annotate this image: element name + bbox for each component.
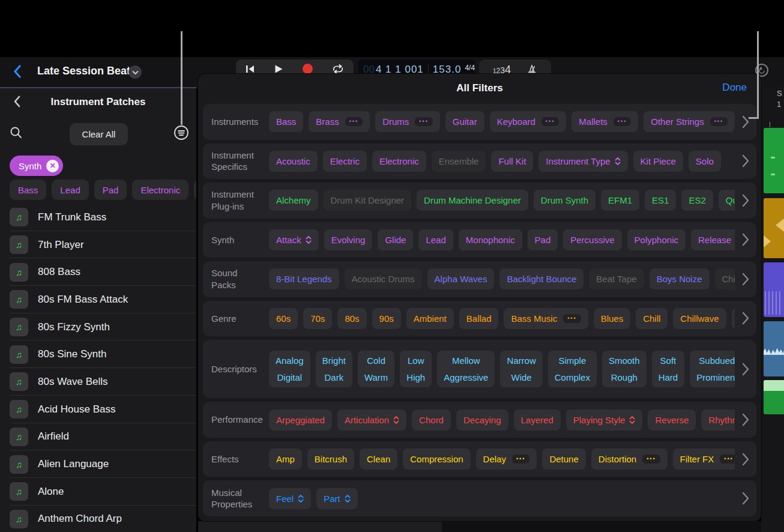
category-chip-electronic[interactable]: Electronic (132, 180, 188, 200)
descriptor-option[interactable]: Mellow (452, 356, 480, 365)
filter-chip-percussive[interactable]: Percussive (563, 229, 621, 250)
descriptor-pair-chip-subdued[interactable]: SubduedProminent (690, 351, 735, 387)
row-expand-chevron-icon[interactable] (735, 154, 756, 168)
more-options-icon[interactable]: ••• (720, 455, 735, 464)
project-menu-button[interactable] (128, 65, 142, 79)
category-chip-soundscapes[interactable]: Soundscapes (194, 180, 196, 200)
category-chip-bass[interactable]: Bass (10, 180, 46, 200)
filter-chip-ambient[interactable]: Ambient (406, 308, 454, 329)
filter-chip-alchemy[interactable]: Alchemy (269, 190, 318, 211)
patch-list-item[interactable]: Alone (0, 478, 196, 506)
descriptor-option[interactable]: Smooth (609, 356, 640, 365)
remove-filter-icon[interactable]: ✕ (46, 160, 59, 172)
filter-chip-bass-music[interactable]: Bass Music••• (504, 308, 588, 329)
filter-chip-es2[interactable]: ES2 (681, 190, 713, 211)
filter-chip-backlight-bounce[interactable]: Backlight Bounce (499, 268, 583, 289)
filter-chip-filter-fx[interactable]: Filter FX••• (673, 449, 735, 470)
filter-chip-reverse[interactable]: Reverse (648, 410, 696, 431)
filter-chip-chord[interactable]: Chord (412, 410, 451, 431)
filter-chip-electronic[interactable]: Electronic (372, 151, 426, 172)
filter-chip-90s[interactable]: 90s (372, 308, 401, 329)
row-expand-chevron-icon[interactable] (735, 273, 756, 286)
category-chip-lead[interactable]: Lead (52, 180, 88, 200)
filter-chip-drum-synth[interactable]: Drum Synth (534, 190, 596, 211)
filter-chip-decaying[interactable]: Decaying (456, 410, 508, 431)
descriptor-option[interactable]: High (406, 373, 425, 382)
patch-list-item[interactable]: 80s Fizzy Synth (0, 313, 196, 341)
filter-chip-full-kit[interactable]: Full Kit (491, 151, 533, 172)
row-expand-chevron-icon[interactable] (735, 194, 756, 207)
filter-chip-polyphonic[interactable]: Polyphonic (627, 229, 686, 250)
active-filter-chip-synth[interactable]: Synth ✕ (10, 156, 63, 176)
filter-chip-chinese-traditional[interactable]: Chinese Traditional (715, 268, 735, 289)
region-yellow[interactable] (764, 198, 784, 258)
descriptor-pair-chip-simple[interactable]: SimpleComplex (548, 351, 597, 387)
row-expand-chevron-icon[interactable] (735, 413, 756, 426)
filter-chip-alpha-waves[interactable]: Alpha Waves (427, 268, 495, 289)
descriptor-option[interactable]: Wide (511, 373, 531, 382)
filter-chip-drum-machine-designer[interactable]: Drum Machine Designer (417, 190, 528, 211)
filter-chip-playing-style[interactable]: Playing Style (566, 410, 643, 431)
filter-chip-arpeggiated[interactable]: Arpeggiated (269, 410, 332, 431)
filter-chip-mallets[interactable]: Mallets••• (571, 111, 638, 132)
filter-chip-electric[interactable]: Electric (323, 151, 367, 172)
more-options-icon[interactable]: ••• (541, 117, 559, 126)
descriptor-option[interactable]: Soft (660, 356, 677, 365)
filter-chip-efm1[interactable]: EFM1 (601, 190, 639, 211)
descriptor-option[interactable]: Low (408, 356, 424, 365)
row-expand-chevron-icon[interactable] (735, 363, 756, 376)
filter-chip-instrument-type[interactable]: Instrument Type (538, 151, 627, 172)
project-back-button[interactable] (13, 65, 21, 80)
descriptor-pair-chip-narrow[interactable]: NarrowWide (500, 351, 542, 387)
search-button[interactable] (10, 126, 23, 141)
descriptor-option[interactable]: Prominent (696, 373, 735, 382)
filter-chip-part[interactable]: Part (316, 488, 358, 509)
filter-chip-chillwave[interactable]: Chillwave (673, 308, 726, 329)
filter-chip-drums[interactable]: Drums••• (375, 111, 440, 132)
filter-chip-beat-tape[interactable]: Beat Tape (589, 268, 644, 289)
more-options-icon[interactable]: ••• (563, 314, 580, 323)
descriptor-pair-chip-smooth[interactable]: SmoothRough (602, 351, 647, 387)
filter-chip-ballad[interactable]: Ballad (459, 308, 499, 329)
filter-chip-chill[interactable]: Chill (636, 308, 668, 329)
patch-list-item[interactable]: 80s FM Bass Attack (0, 286, 196, 313)
descriptor-option[interactable]: Bright (322, 356, 346, 365)
region-blue[interactable] (764, 321, 784, 376)
more-options-icon[interactable]: ••• (710, 117, 728, 126)
row-expand-chevron-icon[interactable] (735, 233, 756, 246)
row-expand-chevron-icon[interactable] (735, 312, 756, 325)
filter-chip-lead[interactable]: Lead (418, 229, 453, 250)
more-options-icon[interactable]: ••• (512, 455, 529, 464)
filter-chip-release[interactable]: Release (691, 229, 735, 250)
filter-chip-70s[interactable]: 70s (303, 308, 332, 329)
filter-chip-quick-sampler[interactable]: Quick Sampler (719, 190, 735, 211)
descriptor-pair-chip-mellow[interactable]: MellowAggressive (437, 351, 495, 387)
filter-chip-es1[interactable]: ES1 (645, 190, 676, 211)
filter-chip-articulation[interactable]: Articulation (337, 410, 406, 431)
filter-chip-distortion[interactable]: Distortion••• (591, 449, 668, 470)
more-options-icon[interactable]: ••• (642, 455, 660, 464)
filter-chip-keyboard[interactable]: Keyboard••• (490, 111, 567, 132)
filter-chip-kit-piece[interactable]: Kit Piece (633, 151, 683, 172)
filter-button[interactable] (173, 125, 189, 142)
patch-list-item[interactable]: Acid House Bass (0, 396, 196, 423)
category-chip-pad[interactable]: Pad (94, 180, 127, 200)
filter-chip-clean[interactable]: Clean (360, 449, 397, 470)
filter-chip-bitcrush[interactable]: Bitcrush (307, 449, 354, 470)
descriptor-option[interactable]: Simple (558, 356, 586, 365)
patch-list-item[interactable]: FM Trunk Bass (0, 204, 196, 231)
filter-chip-evolving[interactable]: Evolving (324, 229, 373, 250)
row-expand-chevron-icon[interactable] (735, 492, 756, 505)
filter-chip-acoustic[interactable]: Acoustic (269, 151, 318, 172)
patch-list-item[interactable]: Anthem Chord Arp (0, 506, 196, 532)
filter-chip-drum-kit-designer[interactable]: Drum Kit Designer (324, 190, 412, 211)
filter-chip-delay[interactable]: Delay••• (476, 449, 537, 470)
descriptor-option[interactable]: Subdued (699, 356, 735, 365)
patch-list-item[interactable]: Airfield (0, 423, 196, 451)
filter-chip-rhythmic[interactable]: Rhythmic (701, 410, 735, 431)
more-options-icon[interactable]: ••• (415, 117, 432, 126)
descriptor-pair-chip-soft[interactable]: SoftHard (652, 351, 685, 387)
filter-chip-boys-noize[interactable]: Boys Noize (650, 268, 710, 289)
filter-chip-solo[interactable]: Solo (689, 151, 721, 172)
row-expand-chevron-icon[interactable] (735, 453, 756, 466)
